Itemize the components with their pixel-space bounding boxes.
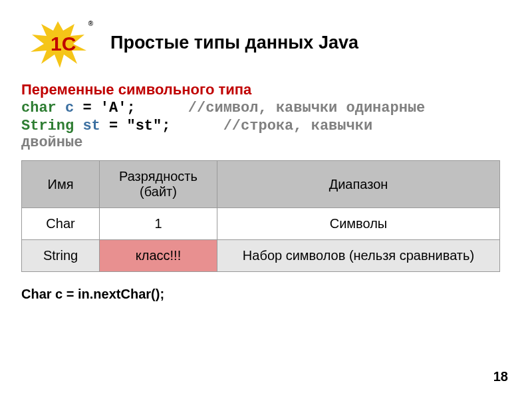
code-var-c: c (65, 100, 74, 116)
code-line-1: char c = 'А'; //символ, кавычки одинарны… (21, 100, 511, 116)
logo-splash-icon: 1C (21, 16, 94, 69)
registered-mark: ® (88, 20, 93, 27)
header: 1C ® Простые типы данных Java (21, 16, 511, 69)
page-number: 18 (493, 369, 508, 384)
svg-text:1C: 1C (51, 33, 76, 55)
th-bits: Разрядность (байт) (100, 161, 217, 208)
th-range: Диапазон (217, 161, 500, 208)
code-comment-2: //строка, кавычки (223, 118, 372, 134)
cell-name: String (22, 240, 100, 272)
table-row: String класс!!! Набор символов (нельзя с… (22, 240, 500, 272)
code-comment-2-tail: двойные (21, 134, 511, 151)
cell-bits: 1 (100, 208, 217, 240)
table-header-row: Имя Разрядность (байт) Диапазон (22, 161, 500, 208)
logo-1c: 1C ® (21, 16, 94, 69)
code-var-st: st (82, 118, 100, 134)
cell-range: Набор символов (нельзя сравнивать) (217, 240, 500, 272)
cell-range: Символы (217, 208, 500, 240)
th-name: Имя (22, 161, 100, 208)
code-type-string: String (21, 118, 74, 134)
code-line-2: String st = "st"; //строка, кавычки (21, 118, 511, 134)
section-subtitle: Переменные символьного типа (21, 81, 511, 98)
code-comment-1: //символ, кавычки одинарные (188, 100, 425, 116)
datatype-table: Имя Разрядность (байт) Диапазон Char 1 С… (21, 160, 500, 272)
table-row: Char 1 Символы (22, 208, 500, 240)
cell-name: Char (22, 208, 100, 240)
slide: 1C ® Простые типы данных Java Переменные… (0, 0, 532, 318)
code-rest-2: = "st"; (109, 118, 170, 134)
code-type-char: char (21, 100, 57, 116)
page-title: Простые типы данных Java (110, 32, 358, 53)
footer-code: Char c = in.nextChar(); (21, 287, 511, 302)
cell-bits-highlight: класс!!! (100, 240, 217, 272)
code-rest-1: = 'А'; (82, 100, 135, 116)
